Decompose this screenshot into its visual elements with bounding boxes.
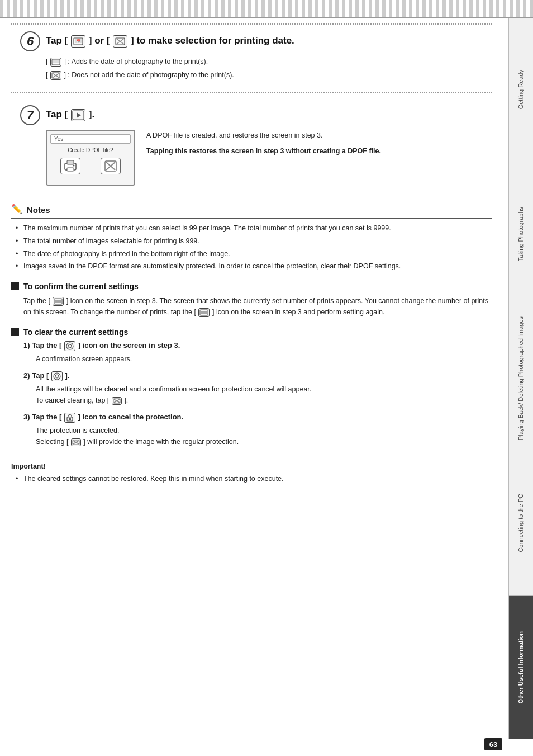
- clear-step2-icon: [51, 371, 63, 381]
- important-item-1: The cleared settings cannot be restored.…: [16, 474, 492, 484]
- clear-step1-icon: [64, 341, 75, 351]
- step7-text: A DPOF file is created, and restores the…: [146, 130, 483, 186]
- main-content: 6 Tap [ 📅 ] or [: [0, 18, 508, 495]
- notes-list: The maximum number of prints that you ca…: [11, 223, 492, 272]
- step7-block: 7 Tap [ ]. Yes Create DPOF file?: [11, 98, 492, 195]
- clear-section-title: To clear the current settings: [11, 328, 492, 337]
- sidebar-section-taking-photographs: Taking Photographs: [509, 162, 533, 306]
- clear-step3: 3) Tap the [ ] icon to cancel the protec…: [23, 413, 492, 447]
- clear-step2: 2) Tap [ ]. All the settings will be cle…: [23, 371, 492, 406]
- sidebar-section-other-useful: Other Useful Information: [509, 596, 533, 739]
- clear-step1: 1) Tap the [ ] icon on the screen in ste…: [23, 341, 492, 365]
- clear-step1-num: 1): [23, 341, 30, 349]
- svg-point-29: [68, 344, 72, 348]
- step7-desc1: A DPOF file is created, and restores the…: [146, 130, 483, 141]
- notes-item-4: Images saved in the DPOF format are auto…: [16, 261, 492, 272]
- step6-icon-no-calendar: [113, 35, 127, 48]
- clear-step3-no-icon: [71, 438, 81, 446]
- step6-header: 6 Tap [ 📅 ] or [: [20, 31, 483, 51]
- clear-step3-body: The protection is canceled. Selecting [ …: [23, 425, 492, 447]
- clear-step3-body2: Selecting [ ] will provide the image wit…: [36, 436, 492, 447]
- confirm-icon2: [198, 308, 210, 317]
- sidebar-label-taking-photographs: Taking Photographs: [517, 207, 525, 261]
- svg-rect-7: [53, 60, 59, 63]
- confirm-section-title: To confirm the current settings: [11, 282, 492, 291]
- step6-number: 6: [20, 31, 40, 51]
- screen-icons-row: [50, 158, 131, 174]
- black-square-icon-2: [11, 328, 19, 336]
- step6-icon-calendar: 📅: [71, 35, 85, 48]
- step6-title: Tap [ 📅 ] or [ ] to make s: [46, 35, 294, 48]
- notes-item-2: The total number of images selectable fo…: [16, 236, 492, 247]
- step6-block: 6 Tap [ 📅 ] or [: [11, 23, 492, 93]
- confirm-icon1: [53, 297, 64, 306]
- svg-rect-36: [69, 418, 71, 420]
- sidebar-label-connecting-pc: Connecting to the PC: [517, 494, 525, 552]
- svg-rect-15: [67, 168, 74, 171]
- svg-text:📅: 📅: [77, 39, 81, 44]
- important-title: Important!: [11, 462, 46, 470]
- step6-inline-icon1: [50, 58, 61, 67]
- important-list: The cleared settings cannot be restored.…: [11, 474, 492, 484]
- confirm-title-text: To confirm the current settings: [23, 282, 139, 291]
- clear-step2-num: 2): [23, 371, 30, 380]
- step7-header: 7 Tap [ ].: [20, 105, 483, 125]
- step7-screen-mockup: Yes Create DPOF file?: [46, 130, 135, 186]
- step6-desc: [ ] : Adds the date of photography to th…: [46, 56, 483, 81]
- screen-yes-label: Yes: [50, 134, 131, 144]
- clear-step2-body: All the settings will be cleared and a c…: [23, 384, 492, 406]
- confirm-section-body: Tap the [ ] icon on the screen in step 3…: [11, 295, 492, 318]
- step7-bold-note: Tapping this restores the screen in step…: [146, 145, 483, 157]
- sidebar-section-getting-ready: Getting Ready: [509, 18, 533, 162]
- step6-inline-icon2: [50, 71, 61, 80]
- notes-pencil-icon: ✏️: [11, 204, 23, 216]
- clear-step1-body: A confirmation screen appears.: [23, 353, 492, 365]
- sidebar-label-getting-ready: Getting Ready: [517, 70, 525, 109]
- step7-title: Tap [ ].: [46, 109, 94, 121]
- svg-marker-12: [77, 112, 81, 118]
- svg-point-28: [66, 343, 73, 349]
- screen-dialog-title: Create DPOF file?: [50, 147, 131, 153]
- clear-section: To clear the current settings 1) Tap the…: [11, 328, 492, 447]
- clear-step3-body1: The protection is canceled.: [36, 425, 492, 436]
- step6-desc2: [ ] : Does not add the date of photograp…: [46, 69, 483, 81]
- confirm-section: To confirm the current settings Tap the …: [11, 282, 492, 318]
- clear-step1-header: 1) Tap the [ ] icon on the screen in ste…: [23, 341, 492, 351]
- clear-step3-num: 3): [23, 413, 30, 421]
- clear-step2-body1: All the settings will be cleared and a c…: [36, 384, 492, 395]
- screen-icon-no: [101, 158, 121, 174]
- svg-point-30: [54, 373, 60, 380]
- svg-point-31: [55, 375, 59, 378]
- important-section: Important! The cleared settings cannot b…: [11, 459, 492, 484]
- sidebar-label-playing-back: Playing Back/ Deleting Photographed Imag…: [517, 316, 525, 440]
- notes-item-1: The maximum number of prints that you ca…: [16, 223, 492, 234]
- black-square-icon: [11, 282, 19, 290]
- clear-step2-body2: To cancel clearing, tap [ ].: [36, 395, 492, 406]
- right-sidebar: Getting Ready Taking Photographs Playing…: [508, 18, 533, 739]
- notes-section: ✏️ Notes The maximum number of prints th…: [11, 204, 492, 272]
- clear-step2-header: 2) Tap [ ].: [23, 371, 492, 381]
- sidebar-label-other-useful: Other Useful Information: [517, 631, 525, 704]
- sidebar-section-connecting-pc: Connecting to the PC: [509, 451, 533, 596]
- notes-header: ✏️ Notes: [11, 204, 492, 219]
- screen-icon-print: [60, 158, 80, 174]
- step7-play-icon: [71, 109, 85, 121]
- clear-step3-header: 3) Tap the [ ] icon to cancel the protec…: [23, 413, 492, 423]
- sidebar-section-playing-back: Playing Back/ Deleting Photographed Imag…: [509, 306, 533, 451]
- step6-desc1: [ ] : Adds the date of photography to th…: [46, 56, 483, 67]
- important-header: Important!: [11, 462, 492, 470]
- page-number: 63: [484, 738, 502, 750]
- clear-step2-no-icon: [112, 397, 122, 405]
- notes-title: Notes: [27, 205, 50, 215]
- clear-step3-lock-icon: [64, 413, 75, 423]
- step7-body: Yes Create DPOF file?: [46, 130, 483, 186]
- clear-title-text: To clear the current settings: [23, 328, 128, 337]
- top-decorative-bar: [0, 0, 533, 18]
- step7-number: 7: [20, 105, 40, 125]
- notes-item-3: The date of photography is printed in th…: [16, 249, 492, 259]
- svg-point-16: [73, 165, 75, 167]
- svg-rect-14: [67, 160, 74, 164]
